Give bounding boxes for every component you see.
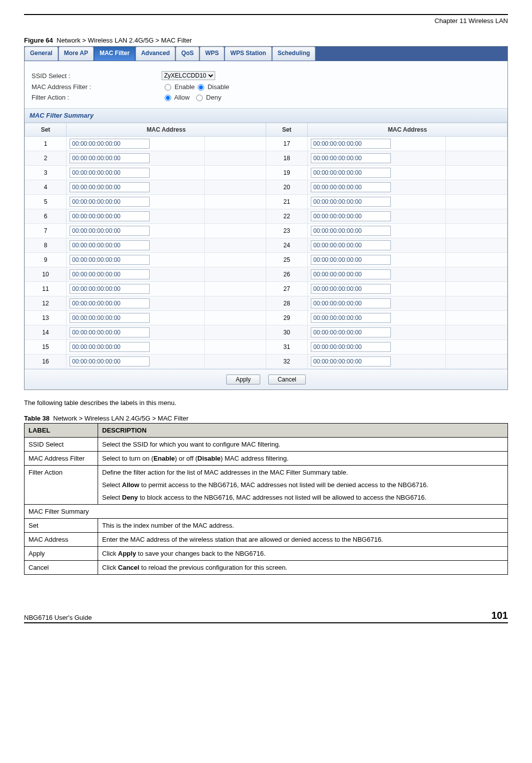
tab-wps[interactable]: WPS: [200, 47, 224, 61]
mac-input[interactable]: [311, 255, 391, 265]
table-row: 1127: [25, 282, 507, 296]
tab-mac-filter[interactable]: MAC Filter: [94, 47, 135, 61]
mac-input[interactable]: [311, 168, 391, 178]
mac-input[interactable]: [311, 153, 391, 163]
table-row: SetThis is the index number of the MAC a…: [25, 519, 508, 533]
table-row: SSID SelectSelect the SSID for which you…: [25, 438, 508, 452]
table-row: 1632: [25, 354, 507, 369]
mac-input[interactable]: [311, 226, 391, 236]
mac-input[interactable]: [311, 342, 391, 352]
set-index: 24: [266, 238, 308, 253]
apply-button[interactable]: Apply: [226, 374, 260, 385]
table-row: Filter ActionDefine the filter action fo…: [25, 466, 508, 505]
mac-filter-disable[interactable]: Disable: [195, 83, 229, 91]
desc-label: SSID Select: [25, 438, 98, 452]
mac-input[interactable]: [70, 269, 150, 279]
intro-text: The following table describes the labels…: [24, 399, 508, 407]
tab-scheduling[interactable]: Scheduling: [272, 47, 316, 61]
set-index: 19: [266, 166, 308, 180]
description-table: LABEL DESCRIPTION SSID SelectSelect the …: [24, 423, 508, 575]
set-index: 30: [266, 325, 308, 340]
table-row: 1026: [25, 267, 507, 282]
set-index: 20: [266, 180, 308, 195]
set-index: 32: [266, 354, 308, 369]
desc-header-description: DESCRIPTION: [98, 424, 508, 438]
mac-input[interactable]: [311, 298, 391, 308]
set-index: 28: [266, 296, 308, 311]
mac-input[interactable]: [70, 211, 150, 221]
table-row: 521: [25, 195, 507, 209]
set-index: 7: [25, 224, 67, 238]
tab-advanced[interactable]: Advanced: [136, 47, 175, 61]
set-index: 27: [266, 282, 308, 296]
table-row: MAC AddressEnter the MAC address of the …: [25, 533, 508, 547]
cancel-button[interactable]: Cancel: [268, 374, 306, 385]
mac-input[interactable]: [311, 182, 391, 192]
set-index: 3: [25, 166, 67, 180]
set-index: 21: [266, 195, 308, 209]
mac-input[interactable]: [70, 356, 150, 366]
ssid-select[interactable]: ZyXELCCDD10: [162, 71, 215, 80]
filter-action-allow[interactable]: Allow: [162, 94, 190, 101]
mac-input[interactable]: [70, 139, 150, 149]
mac-input[interactable]: [70, 327, 150, 337]
set-index: 13: [25, 311, 67, 325]
mac-input[interactable]: [70, 298, 150, 308]
table-row: 622: [25, 209, 507, 224]
table-row: 925: [25, 253, 507, 267]
desc-text: Define the filter action for the list of…: [98, 466, 508, 505]
filter-action-label: Filter Action :: [32, 94, 162, 101]
set-index: 23: [266, 224, 308, 238]
mac-input[interactable]: [311, 211, 391, 221]
table-row: ApplyClick Apply to save your changes ba…: [25, 547, 508, 561]
mac-input[interactable]: [70, 240, 150, 250]
mac-input[interactable]: [311, 356, 391, 366]
mac-input[interactable]: [70, 342, 150, 352]
set-index: 16: [25, 354, 67, 369]
tab-wps-station[interactable]: WPS Station: [225, 47, 271, 61]
mac-input[interactable]: [311, 284, 391, 294]
mac-input[interactable]: [311, 269, 391, 279]
col-set: Set: [25, 123, 67, 137]
filter-action-deny[interactable]: Deny: [193, 94, 221, 101]
tab-general[interactable]: General: [25, 47, 58, 61]
desc-text: Click Cancel to reload the previous conf…: [98, 561, 508, 575]
tab-qos[interactable]: QoS: [176, 47, 199, 61]
mac-input[interactable]: [311, 139, 391, 149]
page-number: 101: [491, 610, 508, 621]
desc-label: Set: [25, 519, 98, 533]
table-caption: Table 38 Network > Wireless LAN 2.4G/5G …: [24, 415, 508, 422]
mac-input[interactable]: [70, 226, 150, 236]
mac-input[interactable]: [311, 313, 391, 323]
ssid-select-label: SSID Select :: [32, 72, 162, 80]
screenshot-figure: GeneralMore APMAC FilterAdvancedQoSWPSWP…: [24, 46, 508, 390]
mac-filter-label: MAC Address Filter :: [32, 83, 162, 91]
mac-input[interactable]: [311, 197, 391, 207]
desc-header-label: LABEL: [25, 424, 98, 438]
mac-filter-enable[interactable]: Enable: [162, 83, 195, 91]
tab-more-ap[interactable]: More AP: [59, 47, 94, 61]
mac-input[interactable]: [70, 168, 150, 178]
mac-input[interactable]: [70, 313, 150, 323]
mac-input[interactable]: [70, 182, 150, 192]
table-row: MAC Address FilterSelect to turn on (Ena…: [25, 452, 508, 466]
table-row: 1329: [25, 311, 507, 325]
desc-label: Apply: [25, 547, 98, 561]
figure-caption: Figure 64 Network > Wireless LAN 2.4G/5G…: [24, 37, 508, 44]
mac-input[interactable]: [311, 327, 391, 337]
set-index: 6: [25, 209, 67, 224]
mac-input[interactable]: [70, 197, 150, 207]
table-row: 218: [25, 151, 507, 166]
desc-text: This is the index number of the MAC addr…: [98, 519, 508, 533]
mac-filter-table: Set MAC Address Set MAC Address 11721831…: [25, 123, 507, 369]
col-set-2: Set: [266, 123, 308, 137]
set-index: 25: [266, 253, 308, 267]
mac-input[interactable]: [70, 153, 150, 163]
set-index: 17: [266, 137, 308, 151]
mac-input[interactable]: [70, 284, 150, 294]
table-row: 319: [25, 166, 507, 180]
chapter-title: Chapter 11 Wireless LAN: [24, 17, 508, 25]
mac-input[interactable]: [70, 255, 150, 265]
mac-input[interactable]: [311, 240, 391, 250]
set-index: 1: [25, 137, 67, 151]
